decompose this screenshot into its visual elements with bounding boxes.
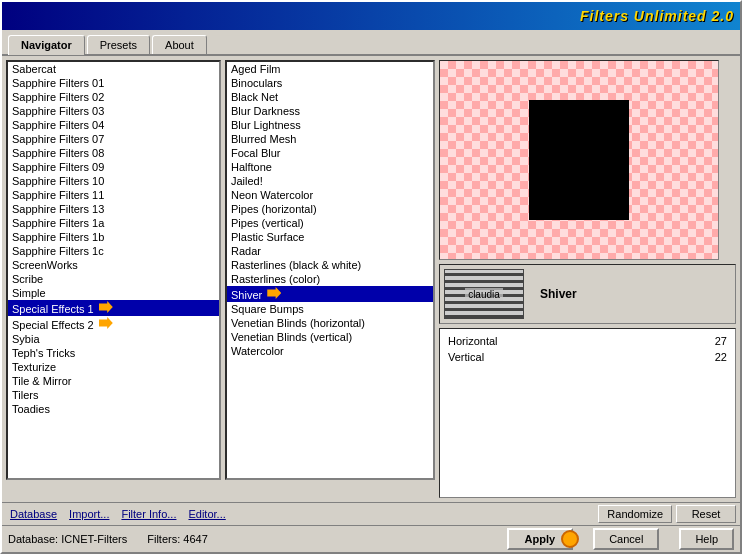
database-value: ICNET-Filters <box>61 533 127 545</box>
middle-list-item[interactable]: Aged Film <box>227 62 433 76</box>
filters-status: Filters: 4647 <box>147 533 208 545</box>
reset-button[interactable]: Reset <box>676 505 736 523</box>
editor-link[interactable]: Editor... <box>184 506 229 522</box>
import-link[interactable]: Import... <box>65 506 113 522</box>
left-list-item[interactable]: Tile & Mirror <box>8 374 219 388</box>
middle-list-item[interactable]: Pipes (vertical) <box>227 216 433 230</box>
preview-checkerboard <box>440 61 718 259</box>
left-list-item[interactable]: Sapphire Filters 01 <box>8 76 219 90</box>
preview-area <box>439 60 719 260</box>
param-value: 27 <box>715 335 727 347</box>
cancel-button[interactable]: Cancel <box>593 528 659 550</box>
middle-list[interactable]: Aged FilmBinocularsBlack NetBlur Darknes… <box>227 62 433 478</box>
left-list-item[interactable]: Sapphire Filters 04 <box>8 118 219 132</box>
middle-list-item[interactable]: Square Bumps <box>227 302 433 316</box>
param-label: Horizontal <box>448 335 498 347</box>
randomize-button[interactable]: Randomize <box>598 505 672 523</box>
param-row: Horizontal27 <box>444 333 731 349</box>
left-panel-wrapper: SabercatSapphire Filters 01Sapphire Filt… <box>6 60 221 480</box>
middle-list-item[interactable]: Watercolor <box>227 344 433 358</box>
left-list-item[interactable]: Sapphire Filters 1b <box>8 230 219 244</box>
database-link[interactable]: Database <box>6 506 61 522</box>
left-list-item[interactable]: Sapphire Filters 1c <box>8 244 219 258</box>
left-list-item[interactable]: Sapphire Filters 03 <box>8 104 219 118</box>
bottom-toolbar: Database Import... Filter Info... Editor… <box>2 502 740 525</box>
left-list-item[interactable]: Texturize <box>8 360 219 374</box>
middle-list-item[interactable]: Radar <box>227 244 433 258</box>
middle-list-item[interactable]: Rasterlines (color) <box>227 272 433 286</box>
main-window: Filters Unlimited 2.0 Navigator Presets … <box>0 0 742 554</box>
tab-about[interactable]: About <box>152 35 207 54</box>
database-status: Database: ICNET-Filters <box>8 533 127 545</box>
left-list-item[interactable]: Sapphire Filters 11 <box>8 188 219 202</box>
filter-info-link[interactable]: Filter Info... <box>117 506 180 522</box>
middle-list-item[interactable]: Blurred Mesh <box>227 132 433 146</box>
window-title: Filters Unlimited 2.0 <box>580 8 734 24</box>
left-list-item[interactable]: ScreenWorks <box>8 258 219 272</box>
apply-button[interactable]: Apply <box>507 528 574 550</box>
middle-list-item[interactable]: Venetian Blinds (horizontal) <box>227 316 433 330</box>
left-list-item[interactable]: Toadies <box>8 402 219 416</box>
middle-list-item[interactable]: Halftone <box>227 160 433 174</box>
param-row: Vertical22 <box>444 349 731 365</box>
thumbnail-row: claudia Shiver <box>439 264 736 324</box>
left-list-item[interactable]: Sapphire Filters 10 <box>8 174 219 188</box>
params-area: Horizontal27Vertical22 <box>439 328 736 498</box>
right-panel: claudia Shiver Horizontal27Vertical22 <box>439 60 736 498</box>
left-list-item[interactable]: Scribe <box>8 272 219 286</box>
help-button[interactable]: Help <box>679 528 734 550</box>
filters-value: 4647 <box>183 533 207 545</box>
thumbnail-label: claudia <box>465 288 503 301</box>
left-list-item[interactable]: Special Effects 2 <box>8 316 219 332</box>
param-value: 22 <box>715 351 727 363</box>
middle-list-item[interactable]: Blur Darkness <box>227 104 433 118</box>
left-list-item[interactable]: Sapphire Filters 09 <box>8 160 219 174</box>
left-list-item[interactable]: Sapphire Filters 02 <box>8 90 219 104</box>
main-content: SabercatSapphire Filters 01Sapphire Filt… <box>2 56 740 502</box>
left-list-item[interactable]: Sapphire Filters 07 <box>8 132 219 146</box>
left-list-item[interactable]: Tilers <box>8 388 219 402</box>
middle-list-item[interactable]: Rasterlines (black & white) <box>227 258 433 272</box>
left-list-item[interactable]: Sapphire Filters 1a <box>8 216 219 230</box>
middle-list-item[interactable]: Focal Blur <box>227 146 433 160</box>
filter-name-display: Shiver <box>532 287 577 301</box>
status-bar: Database: ICNET-Filters Filters: 4647 Ap… <box>2 525 740 552</box>
left-list-item[interactable]: Sybia <box>8 332 219 346</box>
middle-list-item[interactable]: Pipes (horizontal) <box>227 202 433 216</box>
left-list[interactable]: SabercatSapphire Filters 01Sapphire Filt… <box>8 62 219 478</box>
title-bar: Filters Unlimited 2.0 <box>2 2 740 30</box>
middle-list-item[interactable]: Blur Lightness <box>227 118 433 132</box>
left-list-item[interactable]: Simple <box>8 286 219 300</box>
middle-list-item[interactable]: Plastic Surface <box>227 230 433 244</box>
middle-panel-wrapper: Aged FilmBinocularsBlack NetBlur Darknes… <box>225 60 435 480</box>
left-list-item[interactable]: Special Effects 1 <box>8 300 219 316</box>
left-list-item[interactable]: Sapphire Filters 08 <box>8 146 219 160</box>
preview-black-rect <box>529 100 629 220</box>
middle-list-item[interactable]: Shiver <box>227 286 433 302</box>
middle-list-item[interactable]: Jailed! <box>227 174 433 188</box>
middle-list-item[interactable]: Black Net <box>227 90 433 104</box>
middle-list-item[interactable]: Binoculars <box>227 76 433 90</box>
left-list-item[interactable]: Teph's Tricks <box>8 346 219 360</box>
left-list-item[interactable]: Sapphire Filters 13 <box>8 202 219 216</box>
thumbnail-stripes: claudia <box>445 270 523 318</box>
tab-navigator[interactable]: Navigator <box>8 35 85 55</box>
param-label: Vertical <box>448 351 484 363</box>
thumbnail-image: claudia <box>444 269 524 319</box>
left-list-item[interactable]: Sabercat <box>8 62 219 76</box>
tab-bar: Navigator Presets About <box>2 30 740 56</box>
middle-list-item[interactable]: Venetian Blinds (vertical) <box>227 330 433 344</box>
tab-presets[interactable]: Presets <box>87 35 150 54</box>
middle-list-item[interactable]: Neon Watercolor <box>227 188 433 202</box>
